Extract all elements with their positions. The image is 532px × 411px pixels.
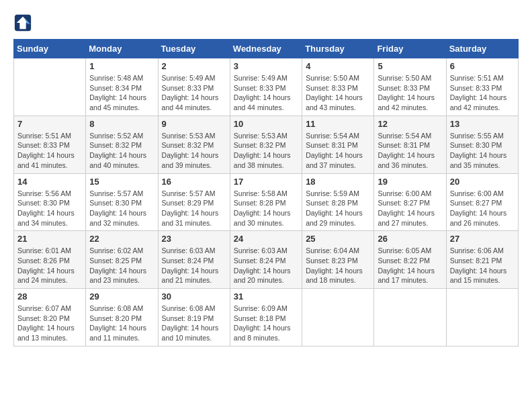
day-number: 26 bbox=[378, 234, 442, 244]
day-number: 14 bbox=[17, 177, 82, 187]
header-cell-saturday: Saturday bbox=[446, 40, 518, 58]
header-cell-thursday: Thursday bbox=[302, 40, 374, 58]
day-info: Sunrise: 6:08 AM Sunset: 8:19 PM Dayligh… bbox=[162, 304, 226, 343]
day-cell: 3Sunrise: 5:49 AM Sunset: 8:33 PM Daylig… bbox=[230, 58, 302, 116]
day-number: 30 bbox=[162, 291, 226, 302]
day-cell: 30Sunrise: 6:08 AM Sunset: 8:19 PM Dayli… bbox=[158, 289, 230, 347]
header-row: SundayMondayTuesdayWednesdayThursdayFrid… bbox=[14, 40, 519, 58]
day-info: Sunrise: 5:58 AM Sunset: 8:28 PM Dayligh… bbox=[234, 189, 298, 228]
day-number: 16 bbox=[162, 177, 226, 187]
day-info: Sunrise: 5:56 AM Sunset: 8:30 PM Dayligh… bbox=[17, 189, 82, 228]
calendar-header: SundayMondayTuesdayWednesdayThursdayFrid… bbox=[14, 40, 519, 58]
day-cell: 11Sunrise: 5:54 AM Sunset: 8:31 PM Dayli… bbox=[302, 116, 374, 173]
calendar-body: 1Sunrise: 5:48 AM Sunset: 8:34 PM Daylig… bbox=[14, 58, 519, 347]
day-info: Sunrise: 6:03 AM Sunset: 8:24 PM Dayligh… bbox=[162, 246, 226, 285]
day-info: Sunrise: 5:54 AM Sunset: 8:31 PM Dayligh… bbox=[306, 131, 370, 171]
day-cell: 19Sunrise: 6:00 AM Sunset: 8:27 PM Dayli… bbox=[374, 173, 446, 231]
day-info: Sunrise: 5:51 AM Sunset: 8:33 PM Dayligh… bbox=[450, 73, 515, 113]
day-cell: 23Sunrise: 6:03 AM Sunset: 8:24 PM Dayli… bbox=[158, 231, 230, 289]
day-info: Sunrise: 6:02 AM Sunset: 8:25 PM Dayligh… bbox=[89, 246, 154, 285]
day-cell: 13Sunrise: 5:55 AM Sunset: 8:30 PM Dayli… bbox=[446, 116, 518, 173]
week-row-1: 1Sunrise: 5:48 AM Sunset: 8:34 PM Daylig… bbox=[14, 58, 519, 116]
day-cell: 6Sunrise: 5:51 AM Sunset: 8:33 PM Daylig… bbox=[446, 58, 518, 116]
day-number: 13 bbox=[450, 119, 515, 129]
day-cell: 17Sunrise: 5:58 AM Sunset: 8:28 PM Dayli… bbox=[230, 173, 302, 231]
day-info: Sunrise: 6:00 AM Sunset: 8:27 PM Dayligh… bbox=[378, 189, 442, 228]
day-number: 1 bbox=[89, 61, 154, 71]
day-cell: 24Sunrise: 6:03 AM Sunset: 8:24 PM Dayli… bbox=[230, 231, 302, 289]
day-cell: 25Sunrise: 6:04 AM Sunset: 8:23 PM Dayli… bbox=[302, 231, 374, 289]
day-info: Sunrise: 5:50 AM Sunset: 8:33 PM Dayligh… bbox=[378, 73, 442, 113]
day-number: 7 bbox=[17, 119, 82, 129]
day-cell: 12Sunrise: 5:54 AM Sunset: 8:31 PM Dayli… bbox=[374, 116, 446, 173]
day-number: 8 bbox=[89, 119, 154, 129]
day-info: Sunrise: 5:52 AM Sunset: 8:32 PM Dayligh… bbox=[89, 131, 154, 171]
day-info: Sunrise: 6:00 AM Sunset: 8:27 PM Dayligh… bbox=[450, 189, 515, 228]
day-number: 15 bbox=[89, 177, 154, 187]
day-info: Sunrise: 6:05 AM Sunset: 8:22 PM Dayligh… bbox=[378, 246, 442, 285]
day-number: 24 bbox=[234, 234, 298, 244]
day-info: Sunrise: 5:54 AM Sunset: 8:31 PM Dayligh… bbox=[378, 131, 442, 171]
day-cell: 31Sunrise: 6:09 AM Sunset: 8:18 PM Dayli… bbox=[230, 289, 302, 347]
day-cell: 28Sunrise: 6:07 AM Sunset: 8:20 PM Dayli… bbox=[14, 289, 86, 347]
day-number: 29 bbox=[89, 291, 154, 302]
day-cell: 18Sunrise: 5:59 AM Sunset: 8:28 PM Dayli… bbox=[302, 173, 374, 231]
day-cell: 2Sunrise: 5:49 AM Sunset: 8:33 PM Daylig… bbox=[158, 58, 230, 116]
day-number: 17 bbox=[234, 177, 298, 187]
day-cell bbox=[446, 289, 518, 347]
day-info: Sunrise: 5:51 AM Sunset: 8:33 PM Dayligh… bbox=[17, 131, 82, 171]
day-cell: 16Sunrise: 5:57 AM Sunset: 8:29 PM Dayli… bbox=[158, 173, 230, 231]
day-cell: 7Sunrise: 5:51 AM Sunset: 8:33 PM Daylig… bbox=[14, 116, 86, 173]
day-info: Sunrise: 5:57 AM Sunset: 8:29 PM Dayligh… bbox=[162, 189, 226, 228]
day-number: 3 bbox=[234, 61, 298, 71]
day-cell: 5Sunrise: 5:50 AM Sunset: 8:33 PM Daylig… bbox=[374, 58, 446, 116]
day-info: Sunrise: 6:06 AM Sunset: 8:21 PM Dayligh… bbox=[450, 246, 515, 285]
day-info: Sunrise: 5:50 AM Sunset: 8:33 PM Dayligh… bbox=[306, 73, 370, 113]
day-cell: 22Sunrise: 6:02 AM Sunset: 8:25 PM Dayli… bbox=[86, 231, 158, 289]
day-info: Sunrise: 5:57 AM Sunset: 8:30 PM Dayligh… bbox=[89, 189, 154, 228]
calendar-table: SundayMondayTuesdayWednesdayThursdayFrid… bbox=[13, 39, 519, 347]
day-number: 20 bbox=[450, 177, 515, 187]
page-header bbox=[13, 13, 519, 32]
day-number: 25 bbox=[306, 234, 370, 244]
week-row-2: 7Sunrise: 5:51 AM Sunset: 8:33 PM Daylig… bbox=[14, 116, 519, 173]
day-info: Sunrise: 5:53 AM Sunset: 8:32 PM Dayligh… bbox=[162, 131, 226, 171]
day-info: Sunrise: 6:09 AM Sunset: 8:18 PM Dayligh… bbox=[234, 304, 298, 343]
day-cell: 27Sunrise: 6:06 AM Sunset: 8:21 PM Dayli… bbox=[446, 231, 518, 289]
day-number: 12 bbox=[378, 119, 442, 129]
header-cell-sunday: Sunday bbox=[14, 40, 86, 58]
day-cell: 26Sunrise: 6:05 AM Sunset: 8:22 PM Dayli… bbox=[374, 231, 446, 289]
day-number: 4 bbox=[306, 61, 370, 71]
day-info: Sunrise: 5:49 AM Sunset: 8:33 PM Dayligh… bbox=[234, 73, 298, 113]
day-cell: 1Sunrise: 5:48 AM Sunset: 8:34 PM Daylig… bbox=[86, 58, 158, 116]
day-info: Sunrise: 5:49 AM Sunset: 8:33 PM Dayligh… bbox=[162, 73, 226, 113]
day-number: 2 bbox=[162, 61, 226, 71]
day-number: 6 bbox=[450, 61, 515, 71]
week-row-5: 28Sunrise: 6:07 AM Sunset: 8:20 PM Dayli… bbox=[14, 289, 519, 347]
day-cell: 21Sunrise: 6:01 AM Sunset: 8:26 PM Dayli… bbox=[14, 231, 86, 289]
header-cell-tuesday: Tuesday bbox=[158, 40, 230, 58]
day-cell: 8Sunrise: 5:52 AM Sunset: 8:32 PM Daylig… bbox=[86, 116, 158, 173]
day-info: Sunrise: 5:55 AM Sunset: 8:30 PM Dayligh… bbox=[450, 131, 515, 171]
week-row-4: 21Sunrise: 6:01 AM Sunset: 8:26 PM Dayli… bbox=[14, 231, 519, 289]
day-cell bbox=[374, 289, 446, 347]
day-cell: 20Sunrise: 6:00 AM Sunset: 8:27 PM Dayli… bbox=[446, 173, 518, 231]
day-info: Sunrise: 5:53 AM Sunset: 8:32 PM Dayligh… bbox=[234, 131, 298, 171]
day-info: Sunrise: 5:59 AM Sunset: 8:28 PM Dayligh… bbox=[306, 189, 370, 228]
day-number: 10 bbox=[234, 119, 298, 129]
week-row-3: 14Sunrise: 5:56 AM Sunset: 8:30 PM Dayli… bbox=[14, 173, 519, 231]
day-number: 28 bbox=[17, 291, 82, 302]
day-number: 18 bbox=[306, 177, 370, 187]
day-info: Sunrise: 6:04 AM Sunset: 8:23 PM Dayligh… bbox=[306, 246, 370, 285]
day-cell: 4Sunrise: 5:50 AM Sunset: 8:33 PM Daylig… bbox=[302, 58, 374, 116]
day-cell bbox=[302, 289, 374, 347]
day-cell: 9Sunrise: 5:53 AM Sunset: 8:32 PM Daylig… bbox=[158, 116, 230, 173]
header-cell-friday: Friday bbox=[374, 40, 446, 58]
logo-icon bbox=[13, 13, 32, 32]
day-number: 27 bbox=[450, 234, 515, 244]
day-number: 19 bbox=[378, 177, 442, 187]
day-number: 9 bbox=[162, 119, 226, 129]
day-cell: 15Sunrise: 5:57 AM Sunset: 8:30 PM Dayli… bbox=[86, 173, 158, 231]
day-number: 5 bbox=[378, 61, 442, 71]
day-cell: 14Sunrise: 5:56 AM Sunset: 8:30 PM Dayli… bbox=[14, 173, 86, 231]
